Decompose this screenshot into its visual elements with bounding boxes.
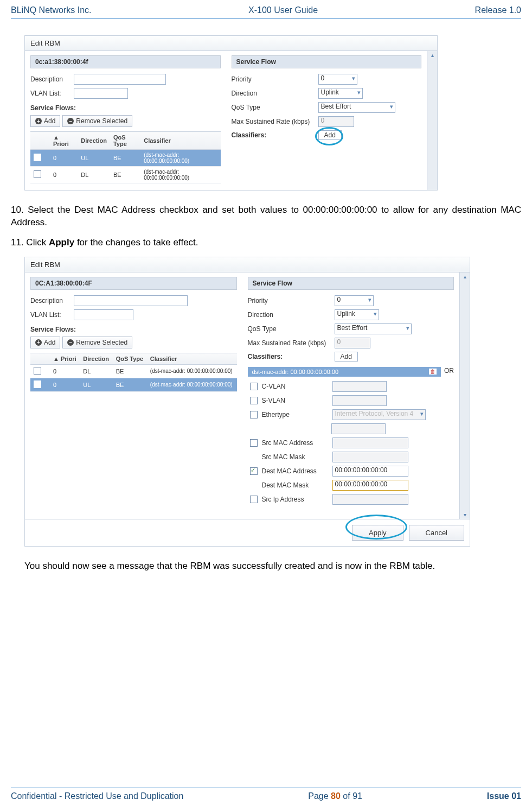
apply-button[interactable]: Apply (352, 525, 403, 541)
col-classifier[interactable]: Classifier (140, 132, 220, 150)
description-input[interactable] (74, 295, 188, 306)
srcmask-input (332, 452, 408, 462)
svlan-label: S-VLAN (262, 397, 332, 404)
cancel-button[interactable]: Cancel (409, 525, 464, 541)
ethertype-extra-input (331, 423, 386, 434)
scrollbar[interactable]: ▴ ▾ (459, 272, 470, 519)
plus-icon: + (35, 339, 42, 346)
classifier-add-button[interactable]: Add (318, 130, 342, 140)
priority-select[interactable]: 0 (318, 74, 357, 85)
priority-label: Priority (248, 297, 335, 304)
service-flows-label: Service Flows: (30, 326, 237, 333)
remove-selected-button[interactable]: −Remove Selected (62, 115, 132, 127)
vlan-input[interactable] (74, 309, 133, 320)
window-title: Edit RBM (25, 257, 470, 272)
ethertype-checkbox[interactable] (250, 411, 258, 418)
rate-input: 0 (335, 338, 370, 348)
rate-label: Max Sustained Rate (kbps) (248, 339, 335, 347)
srcip-input (332, 494, 408, 505)
header-center: X-100 User Guide (248, 5, 318, 15)
plus-icon: + (35, 118, 42, 124)
remove-selected-button[interactable]: −Remove Selected (62, 337, 132, 348)
col-priority[interactable]: ▲ Priori (50, 132, 78, 150)
srcip-checkbox[interactable] (250, 496, 258, 503)
mac-address-header: 0C:A1:38:00:00:4F (30, 277, 237, 290)
page-header: BLiNQ Networks Inc. X-100 User Guide Rel… (11, 5, 521, 19)
dstmask-input[interactable]: 00:00:00:00:00:00 (332, 480, 408, 491)
scroll-up-icon[interactable]: ▴ (431, 52, 434, 58)
minus-icon: − (67, 118, 74, 124)
srcip-label: Src Ip Address (262, 496, 332, 503)
classifier-entry[interactable]: dst-mac-addr: 00:00:00:00:00:00 🗑 (248, 367, 441, 377)
classifier-add-button[interactable]: Add (335, 352, 358, 361)
row-checkbox[interactable] (34, 367, 41, 375)
add-button[interactable]: +Add (30, 115, 60, 127)
service-flows-label: Service Flows: (30, 104, 221, 112)
col-direction[interactable]: Direction (80, 353, 112, 364)
ethertype-select: Internet Protocol, Version 4 (332, 409, 426, 420)
row-checkbox[interactable] (34, 154, 41, 161)
table-row[interactable]: 0 UL BE (dst-mac-addr: 00:00:00:00:00:00… (30, 378, 237, 391)
qos-label: QoS Type (248, 325, 335, 333)
row-checkbox[interactable] (34, 170, 41, 178)
or-label: OR (444, 367, 454, 375)
svlan-checkbox[interactable] (250, 397, 258, 404)
service-flow-header: Service Flow (248, 277, 454, 290)
screenshot-2: Edit RBM 0C:A1:38:00:00:4F Description V… (24, 257, 470, 547)
classifiers-label: Classifiers: (248, 353, 335, 360)
scrollbar[interactable]: ▴ (427, 51, 437, 190)
vlan-input[interactable] (74, 88, 128, 99)
service-flow-table: ▲ Priori Direction QoS Type Classifier 0… (30, 353, 237, 392)
header-left: BLiNQ Networks Inc. (11, 5, 91, 15)
minus-icon: − (67, 339, 74, 346)
direction-select[interactable]: Uplink (335, 309, 379, 320)
direction-label: Direction (232, 90, 318, 97)
priority-select[interactable]: 0 (335, 295, 374, 306)
cvlan-label: C-VLAN (262, 383, 332, 390)
classifiers-label: Classifiers: (232, 131, 318, 139)
direction-select[interactable]: Uplink (318, 88, 363, 99)
col-classifier[interactable]: Classifier (147, 353, 237, 364)
col-qos[interactable]: QoS Type (113, 353, 147, 364)
footer-center: Page 80 of 91 (308, 791, 362, 801)
description-label: Description (30, 75, 74, 83)
description-input[interactable] (74, 74, 166, 85)
service-flow-header: Service Flow (232, 55, 422, 68)
scroll-down-icon[interactable]: ▾ (464, 512, 466, 518)
qos-label: QoS Type (232, 104, 318, 111)
dstmac-checkbox[interactable] (250, 467, 258, 475)
footer-left: Confidential - Restricted Use and Duplic… (11, 791, 183, 801)
srcmask-label: Src MAC Mask (262, 453, 332, 461)
service-flow-table: ▲ Priori Direction QoS Type Classifier 0… (30, 131, 221, 183)
col-priority[interactable]: ▲ Priori (50, 353, 80, 364)
dstmac-label: Dest MAC Address (262, 467, 332, 475)
header-right: Release 1.0 (475, 5, 521, 15)
cvlan-checkbox[interactable] (250, 383, 258, 390)
vlan-label: VLAN List: (30, 311, 74, 319)
rate-label: Max Sustained Rate (kbps) (232, 118, 318, 125)
table-row[interactable]: 0 DL BE (dst-mac-addr: 00:00:00:00:00:00… (30, 364, 237, 378)
direction-label: Direction (248, 311, 335, 319)
dstmac-input[interactable]: 00:00:00:00:00:00 (332, 466, 408, 477)
add-button[interactable]: +Add (30, 337, 60, 348)
step-10-text: 10. Select the Dest MAC Address checkbox… (11, 204, 521, 229)
srcmac-input (332, 437, 408, 448)
screenshot-1: Edit RBM 0c:a1:38:00:00:4f Description V… (24, 35, 438, 191)
srcmac-checkbox[interactable] (250, 439, 258, 447)
table-row[interactable]: 0 UL BE (dst-mac-addr: 00:00:00:00:00:00… (30, 150, 221, 167)
qos-select[interactable]: Best Effort (318, 102, 395, 113)
mac-address-header: 0c:a1:38:00:00:4f (30, 55, 221, 68)
page-footer: Confidential - Restricted Use and Duplic… (11, 788, 521, 801)
priority-label: Priority (232, 75, 318, 83)
qos-select[interactable]: Best Effort (335, 323, 412, 334)
footer-right: Issue 01 (487, 791, 521, 801)
col-direction[interactable]: Direction (78, 132, 110, 150)
srcmac-label: Src MAC Address (262, 439, 332, 447)
window-title: Edit RBM (25, 36, 437, 51)
table-row[interactable]: 0 DL BE (dst-mac-addr: 00:00:00:00:00:00… (30, 167, 221, 183)
row-checkbox[interactable] (34, 380, 41, 388)
scroll-up-icon[interactable]: ▴ (464, 274, 466, 280)
col-qos[interactable]: QoS Type (110, 132, 140, 150)
delete-icon[interactable]: 🗑 (429, 369, 437, 375)
description-label: Description (30, 297, 74, 304)
